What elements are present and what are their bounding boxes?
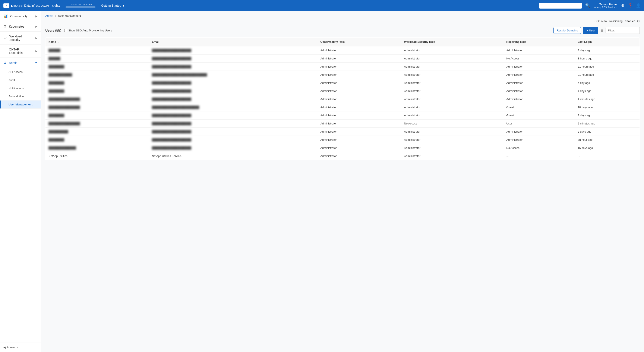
sidebar-label-user-management: User Management <box>8 103 32 106</box>
table-row[interactable]: ████████████████ ████████████████████ Ad… <box>46 95 640 103</box>
cell-workload-security-role: No Access <box>401 119 503 128</box>
table-row[interactable]: ████████ ████████████████████ Administra… <box>46 79 640 87</box>
sso-checkbox[interactable] <box>64 29 67 32</box>
sidebar: 📊 Observability ▶ ⚙ Kubernetes ▶ 🛡 Workl… <box>0 11 41 352</box>
admin-gear-icon: ⚙ <box>4 61 6 65</box>
tenant-info: Tenant Name NetApp PCS Sandbox <box>594 3 617 9</box>
cell-email: ████████████████████ <box>149 111 318 119</box>
cell-reporting-role: Administrator <box>503 46 574 55</box>
cell-reporting-role: No Access <box>503 144 574 152</box>
main-layout: 📊 Observability ▶ ⚙ Kubernetes ▶ 🛡 Workl… <box>0 11 644 352</box>
getting-started-button[interactable]: Getting Started ▼ <box>101 4 125 7</box>
add-user-button[interactable]: + User <box>583 27 598 34</box>
cell-last-login: 10 days ago <box>575 103 640 111</box>
table-row[interactable]: ████████ ████████████████████ Administra… <box>46 63 640 71</box>
sidebar-item-kubernetes[interactable]: ⚙ Kubernetes ▶ <box>0 21 41 32</box>
cell-name: ████████ <box>46 79 149 87</box>
sso-checkbox-text: Show SSO Auto Provisioning Users <box>68 29 112 32</box>
shield-icon: 🛡 <box>4 36 7 40</box>
sidebar-item-subscription[interactable]: Subscription <box>0 92 41 100</box>
cell-observability-role: Administrator <box>317 55 401 63</box>
breadcrumb-parent[interactable]: Admin <box>45 14 53 17</box>
cell-reporting-role: User <box>503 119 574 128</box>
cell-name: ████████████ <box>46 71 149 79</box>
cell-observability-role: Administrator <box>317 144 401 152</box>
cell-reporting-role: Administrator <box>503 136 574 144</box>
cell-name: ████████ <box>46 63 149 71</box>
table-row[interactable]: ████████ ████████████████████ Administra… <box>46 136 640 144</box>
cell-reporting-role: Administrator <box>503 128 574 136</box>
cell-email: ████████████████████████ <box>149 103 318 111</box>
sort-arrow-name: ↓ <box>58 41 59 43</box>
cell-observability-role: Administrator <box>317 136 401 144</box>
breadcrumb-separator: / <box>55 14 56 17</box>
help-icon[interactable]: ❓ <box>628 3 632 8</box>
table-row[interactable]: ████████ ████████████████████ Administra… <box>46 111 640 119</box>
cell-observability-role: Administrator <box>317 95 401 103</box>
sso-settings-icon[interactable]: ⚙ <box>637 19 640 23</box>
cell-email: ████████████████████████████ <box>149 71 318 79</box>
minimize-label: Minimize <box>7 346 18 349</box>
sidebar-item-admin[interactable]: ⚙ Admin ▼ <box>0 58 41 68</box>
cell-workload-security-role: Administrator <box>401 63 503 71</box>
column-name[interactable]: Name ↓ <box>46 38 149 46</box>
restrict-domains-button[interactable]: Restrict Domains <box>554 27 581 34</box>
bar-chart-icon: 📊 <box>4 14 8 18</box>
cell-last-login: a day ago <box>575 79 640 87</box>
cell-email: ████████████████████ <box>149 46 318 55</box>
chevron-right-icon-ontap: ▶ <box>36 50 37 53</box>
cell-last-login: 3 days ago <box>575 111 640 119</box>
product-name: Data Infrastructure Insights <box>24 4 60 7</box>
cell-observability-role: Administrator <box>317 79 401 87</box>
cell-email: ████████████████████ <box>149 144 318 152</box>
user-avatar-icon[interactable]: 👤 <box>636 3 640 8</box>
sidebar-item-notifications[interactable]: Notifications <box>0 84 41 92</box>
brand-logo-area: N NetApp Data Infrastructure Insights <box>4 4 60 8</box>
sidebar-item-ontap-essentials[interactable]: ☰ ONTAP Essentials ▶ <box>0 45 41 58</box>
cell-workload-security-role: Administrator <box>401 79 503 87</box>
table-row[interactable]: ████████████ ███████████████████████████… <box>46 71 640 79</box>
logo-icon: N <box>6 5 7 7</box>
sso-checkbox-label[interactable]: Show SSO Auto Provisioning Users <box>64 29 112 32</box>
users-count-label: Users (55) <box>45 29 61 33</box>
settings-icon[interactable]: ⚙ <box>621 3 624 8</box>
table-row[interactable]: ██████████ ████████████████████ Administ… <box>46 128 640 136</box>
cell-observability-role: Administrator <box>317 46 401 55</box>
table-row[interactable]: ██████ ████████████████████ Administrato… <box>46 46 640 55</box>
cell-name: ████████████████ <box>46 103 149 111</box>
cell-observability-role: Administrator <box>317 87 401 95</box>
main-content: Admin / User Management SSO Auto Provisi… <box>41 11 644 352</box>
column-reporting-role: Reporting Role <box>503 38 574 46</box>
table-controls-row: Users (55) Show SSO Auto Provisioning Us… <box>41 24 644 37</box>
cell-workload-security-role: Administrator <box>401 87 503 95</box>
sidebar-item-api-access[interactable]: API Access <box>0 68 41 76</box>
cell-email: ████████████████████ <box>149 95 318 103</box>
cell-workload-security-role: Administrator <box>401 95 503 103</box>
cell-name: ██████ <box>46 46 149 55</box>
cell-last-login: 8 days ago <box>575 46 640 55</box>
search-area[interactable] <box>539 3 582 9</box>
search-icon[interactable]: 🔍 <box>585 3 590 8</box>
sidebar-item-observability[interactable]: 📊 Observability ▶ <box>0 11 41 21</box>
table-row[interactable]: NetApp Utilities NetApp Utilities Servic… <box>46 152 640 160</box>
sidebar-item-user-management[interactable]: User Management <box>0 100 41 109</box>
sidebar-label-subscription: Subscription <box>8 95 24 98</box>
filter-input[interactable] <box>606 27 640 34</box>
table-row[interactable]: ██████████████ ████████████████████ Admi… <box>46 144 640 152</box>
cell-name: ██████████████ <box>46 144 149 152</box>
cell-reporting-role: No Access <box>503 55 574 63</box>
brand-name: NetApp <box>11 4 22 8</box>
table-row[interactable]: ██████ ████████████████████ Administrato… <box>46 55 640 63</box>
table-row[interactable]: ████████████████ ███████████████████████… <box>46 103 640 111</box>
cell-email: ████████████████████ <box>149 55 318 63</box>
search-input[interactable] <box>539 3 582 9</box>
cell-reporting-role: Administrator <box>503 79 574 87</box>
table-row[interactable]: ████████████████ ████████████████████ Ad… <box>46 119 640 128</box>
sidebar-item-audit[interactable]: Audit <box>0 76 41 84</box>
sidebar-label-kubernetes: Kubernetes <box>9 25 24 28</box>
table-row[interactable]: ████████ ████████████████████ Administra… <box>46 87 640 95</box>
sidebar-item-workload-security[interactable]: 🛡 Workload Security ▶ <box>0 32 41 45</box>
cell-workload-security-role: Administrator <box>401 136 503 144</box>
sidebar-minimize-button[interactable]: ◀ Minimize <box>0 342 41 352</box>
top-navigation: N NetApp Data Infrastructure Insights Tu… <box>0 0 644 11</box>
